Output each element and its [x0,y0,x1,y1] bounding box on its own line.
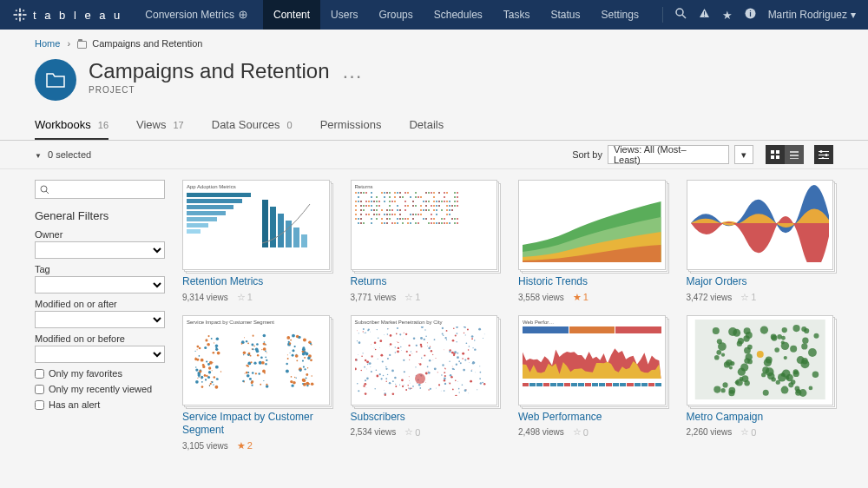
svg-point-263 [482,381,483,383]
grid-view-button[interactable] [766,145,785,164]
nav-item-groups[interactable]: Groups [368,0,423,30]
svg-point-107 [262,333,266,337]
svg-point-172 [302,359,304,361]
site-selector[interactable]: Conversion Metrics [145,9,247,21]
tab-views[interactable]: Views17 [136,111,184,140]
svg-point-363 [374,388,375,389]
workbook-thumbnail[interactable]: Web Perfor… [518,315,666,406]
workbook-title[interactable]: Metro Campaign [687,411,834,425]
list-view-button[interactable] [785,145,804,164]
favorite-star[interactable]: ★ 2 [237,440,253,452]
workbook-title[interactable]: Web Performance [518,411,666,425]
svg-point-396 [418,363,419,364]
svg-point-122 [251,343,253,346]
favorites-checkbox[interactable]: Only my favorites [35,368,165,379]
workbook-title[interactable]: Historic Trends [518,275,666,289]
favorite-star[interactable]: ☆ 0 [740,426,756,438]
workbook-thumbnail[interactable]: Returns [351,180,498,270]
filter-search-input[interactable] [49,184,160,195]
workbook-title[interactable]: Subscribers [351,411,498,425]
filter-toggle-button[interactable] [814,145,833,164]
favorite-star[interactable]: ☆ 1 [237,292,253,303]
svg-point-546 [763,358,771,366]
svg-point-71 [206,374,207,376]
svg-point-398 [420,357,421,358]
tag-select[interactable] [35,276,165,293]
breadcrumb-home[interactable]: Home [35,38,60,49]
tab-data-sources[interactable]: Data Sources0 [212,111,293,140]
svg-point-405 [425,335,427,337]
workbook-title[interactable]: Retention Metrics [182,275,330,289]
svg-point-305 [420,337,423,340]
svg-point-99 [195,380,199,384]
nav-item-status[interactable]: Status [541,0,591,30]
owner-select[interactable] [35,241,165,259]
svg-point-304 [457,381,458,382]
workbook-title[interactable]: Returns [351,275,498,289]
workbook-title[interactable]: Major Orders [687,275,834,289]
tab-details[interactable]: Details [409,111,444,140]
svg-point-393 [380,378,382,379]
content-tabs: Workbooks16Views17Data Sources0Permissio… [0,111,868,141]
svg-point-68 [197,377,198,378]
search-icon[interactable] [675,8,687,22]
workbook-thumbnail[interactable] [518,180,666,270]
favorite-star[interactable]: ★ 1 [573,292,589,303]
svg-point-330 [376,374,378,377]
help-icon[interactable]: i [745,8,756,22]
modified-before-select[interactable] [35,346,165,363]
more-actions-button[interactable]: … [342,59,363,83]
selection-count[interactable]: ▼ 0 selected [35,149,91,160]
workbook-thumbnail[interactable]: App Adoption Metrics [182,180,330,270]
favorites-icon[interactable]: ★ [722,9,733,22]
nav-item-settings[interactable]: Settings [591,0,649,30]
svg-point-479 [790,345,797,352]
svg-point-335 [450,375,453,378]
svg-point-315 [403,371,404,373]
sort-select[interactable]: Views: All (Most–Least) [608,145,729,164]
svg-point-506 [716,350,721,355]
svg-point-403 [464,389,466,392]
sort-direction-button[interactable]: ▾ [734,145,753,164]
nav-item-schedules[interactable]: Schedules [424,0,493,30]
modified-after-select[interactable] [35,311,165,328]
alerts-icon[interactable] [699,8,710,22]
favorite-star[interactable]: ☆ 1 [740,292,756,303]
svg-point-293 [407,385,408,386]
svg-point-509 [812,371,818,377]
svg-point-134 [247,342,249,344]
workbook-thumbnail[interactable] [687,315,834,406]
nav-item-tasks[interactable]: Tasks [493,0,541,30]
workbook-thumbnail[interactable]: Subscriber Market Penetration by City [351,315,498,406]
svg-point-120 [265,350,266,352]
svg-point-434 [468,346,470,347]
nav-item-users[interactable]: Users [320,0,368,30]
workbook-title[interactable]: Service Impact by Customer Segment [182,411,330,438]
alert-checkbox[interactable]: Has an alert [35,399,165,410]
svg-point-299 [435,387,436,388]
favorite-star[interactable]: ☆ 1 [404,292,420,303]
tab-permissions[interactable]: Permissions [320,111,382,140]
recent-checkbox[interactable]: Only my recently viewed [35,384,165,394]
workbook-thumbnail[interactable] [687,180,834,270]
favorites-checkbox-input[interactable] [35,369,44,379]
svg-rect-8 [23,10,24,11]
svg-point-121 [242,351,246,354]
recent-checkbox-input[interactable] [35,385,44,394]
alert-checkbox-input[interactable] [35,400,44,410]
modified-after-label: Modified on or after [35,299,165,309]
tab-workbooks[interactable]: Workbooks16 [35,111,108,140]
workbook-thumbnail[interactable]: Service Impact by Customer Segment [182,315,330,406]
brand-logo[interactable]: t a b l e a u [12,7,122,23]
svg-point-462 [441,326,443,328]
nav-item-content[interactable]: Content [263,0,320,30]
svg-point-426 [377,337,378,339]
filter-search[interactable] [35,180,165,199]
favorite-star[interactable]: ☆ 0 [404,426,420,438]
svg-point-187 [292,333,295,337]
favorite-star[interactable]: ☆ 0 [573,426,589,438]
svg-point-205 [297,359,299,361]
svg-point-541 [792,370,799,376]
svg-point-524 [728,386,735,393]
user-menu[interactable]: Martin Rodriguez ▾ [768,9,856,21]
